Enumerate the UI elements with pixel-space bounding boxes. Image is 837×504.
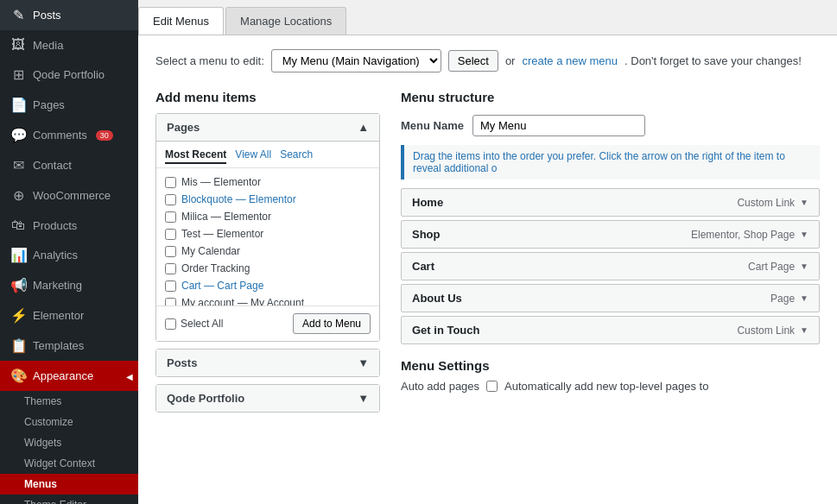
checkbox-5[interactable]	[165, 263, 176, 274]
accordion-header-qode[interactable]: Qode Portfolio ▼	[156, 385, 379, 412]
sidebar-item-qode-portfolio[interactable]: ⊞ Qode Portfolio	[0, 60, 138, 90]
contact-icon: ✉	[10, 157, 26, 173]
sidebar-item-posts[interactable]: ✎ Posts	[0, 0, 138, 30]
sub-item-themes[interactable]: Themes	[0, 391, 138, 412]
select-all-label[interactable]: Select All	[165, 318, 223, 330]
auto-add-checkbox[interactable]	[486, 381, 498, 392]
menu-item-about[interactable]: About Us Page ▼	[401, 284, 820, 312]
check-item-3[interactable]: Test — Elementor	[165, 225, 371, 243]
sidebar-item-label: Templates	[33, 339, 84, 352]
accordion-toggle-qode: ▼	[358, 392, 369, 405]
sidebar-item-label: Qode Portfolio	[33, 68, 105, 81]
accordion-header-posts[interactable]: Posts ▼	[156, 350, 379, 376]
menu-settings-row: Auto add pages Automatically add new top…	[401, 380, 820, 393]
accordion-body-pages: Most Recent View All Search Mis — Elemen…	[156, 141, 379, 341]
inner-tab-most-recent[interactable]: Most Recent	[165, 148, 226, 164]
sidebar-item-label: Products	[33, 219, 77, 232]
menu-item-meta-home: Custom Link	[737, 197, 795, 209]
two-col-layout: Add menu items Pages ▲ Most Recent View …	[155, 90, 820, 419]
woo-icon: ⊕	[10, 187, 26, 204]
menu-item-cart[interactable]: Cart Cart Page ▼	[401, 252, 820, 280]
or-text: or	[505, 54, 516, 67]
menu-select[interactable]: My Menu (Main Navigation)	[271, 49, 441, 72]
menu-item-home[interactable]: Home Custom Link ▼	[401, 188, 820, 217]
sub-item-label: Themes	[24, 395, 61, 407]
checkbox-6[interactable]	[165, 280, 176, 292]
right-column: Menu structure Menu Name Drag the items …	[401, 90, 820, 393]
check-label-2: Milica — Elementor	[181, 211, 271, 223]
check-item-0[interactable]: Mis — Elementor	[165, 173, 371, 191]
chevron-icon-get-in-touch[interactable]: ▼	[800, 325, 808, 335]
auto-add-desc: Automatically add new top-level pages to	[504, 380, 708, 393]
check-label-7: My account — My Account	[181, 297, 304, 306]
comments-badge: 30	[96, 130, 113, 141]
accordion-pages: Pages ▲ Most Recent View All Search M	[155, 113, 380, 342]
tab-edit-menus[interactable]: Edit Menus	[138, 7, 224, 35]
sidebar-item-products[interactable]: 🛍 Products	[0, 211, 138, 240]
tab-manage-locations[interactable]: Manage Locations	[225, 7, 346, 35]
checkbox-7[interactable]	[165, 298, 176, 307]
menu-item-meta-about: Page	[770, 293, 795, 305]
sub-item-customize[interactable]: Customize	[0, 412, 138, 432]
sidebar-item-label: Marketing	[33, 279, 82, 292]
check-item-5[interactable]: Order Tracking	[165, 260, 371, 277]
sidebar-item-label: Media	[33, 39, 63, 52]
left-column: Add menu items Pages ▲ Most Recent View …	[155, 90, 380, 419]
sub-item-theme-editor[interactable]: Theme Editor	[0, 495, 138, 504]
chevron-icon-shop[interactable]: ▼	[800, 230, 808, 239]
sidebar: ✎ Posts 🖼 Media ⊞ Qode Portfolio 📄 Pages…	[0, 0, 138, 504]
menu-name-input[interactable]	[472, 115, 645, 136]
menu-item-label-about: About Us	[412, 292, 462, 305]
accordion-toggle-pages: ▲	[358, 121, 369, 134]
sidebar-item-woocommerce[interactable]: ⊕ WooCommerce	[0, 180, 138, 211]
checkbox-4[interactable]	[165, 246, 176, 257]
sidebar-item-media[interactable]: 🖼 Media	[0, 30, 138, 60]
menu-item-right-cart: Cart Page ▼	[748, 261, 808, 273]
sidebar-item-comments[interactable]: 💬 Comments 30	[0, 120, 138, 150]
add-to-menu-btn[interactable]: Add to Menu	[293, 313, 371, 334]
chevron-icon-home[interactable]: ▼	[800, 198, 808, 207]
check-item-4[interactable]: My Calendar	[165, 243, 371, 260]
checkbox-0[interactable]	[165, 177, 176, 188]
inner-tab-view-all[interactable]: View All	[235, 148, 271, 164]
checkbox-2[interactable]	[165, 211, 176, 223]
sub-item-menus[interactable]: Menus	[0, 474, 138, 495]
elementor-icon: ⚡	[10, 307, 26, 324]
select-menu-label: Select a menu to edit:	[155, 54, 264, 67]
check-item-2[interactable]: Milica — Elementor	[165, 208, 371, 225]
menu-item-meta-shop: Elementor, Shop Page	[691, 229, 795, 241]
check-item-1[interactable]: Blockquote — Elementor	[165, 191, 371, 208]
menu-item-get-in-touch[interactable]: Get in Touch Custom Link ▼	[401, 316, 820, 344]
checkbox-3[interactable]	[165, 229, 176, 240]
checkbox-1[interactable]	[165, 194, 176, 205]
chevron-icon-cart[interactable]: ▼	[800, 261, 808, 271]
inner-tab-search[interactable]: Search	[280, 148, 313, 164]
menu-structure-title: Menu structure	[401, 90, 820, 104]
select-all-checkbox[interactable]	[165, 318, 176, 330]
check-item-6[interactable]: Cart — Cart Page	[165, 277, 371, 294]
chevron-icon-about[interactable]: ▼	[800, 293, 808, 303]
sub-item-widgets[interactable]: Widgets	[0, 432, 138, 453]
select-btn[interactable]: Select	[448, 50, 498, 72]
sidebar-item-templates[interactable]: 📋 Templates	[0, 331, 138, 361]
menu-item-shop[interactable]: Shop Elementor, Shop Page ▼	[401, 220, 820, 249]
posts-icon: ✎	[10, 7, 26, 23]
check-item-7[interactable]: My account — My Account	[165, 294, 371, 306]
sub-item-widget-context[interactable]: Widget Context	[0, 453, 138, 474]
sidebar-item-elementor[interactable]: ⚡ Elementor	[0, 300, 138, 331]
accordion-header-pages[interactable]: Pages ▲	[156, 114, 379, 141]
menu-item-right-shop: Elementor, Shop Page ▼	[691, 229, 808, 241]
save-reminder: . Don't forget to save your changes!	[625, 54, 802, 67]
sidebar-item-pages[interactable]: 📄 Pages	[0, 90, 138, 120]
sidebar-item-marketing[interactable]: 📢 Marketing	[0, 270, 138, 300]
add-menu-items-title: Add menu items	[155, 90, 380, 104]
sub-item-label: Theme Editor	[24, 499, 86, 504]
accordion-label-qode: Qode Portfolio	[167, 392, 244, 405]
sidebar-item-appearance[interactable]: 🎨 Appearance ◀	[0, 361, 138, 391]
check-label-3: Test — Elementor	[181, 228, 263, 240]
create-menu-link[interactable]: create a new menu	[522, 54, 618, 67]
products-icon: 🛍	[10, 217, 26, 233]
sidebar-item-analytics[interactable]: 📊 Analytics	[0, 240, 138, 270]
accordion-posts: Posts ▼	[155, 349, 380, 377]
sidebar-item-contact[interactable]: ✉ Contact	[0, 150, 138, 180]
